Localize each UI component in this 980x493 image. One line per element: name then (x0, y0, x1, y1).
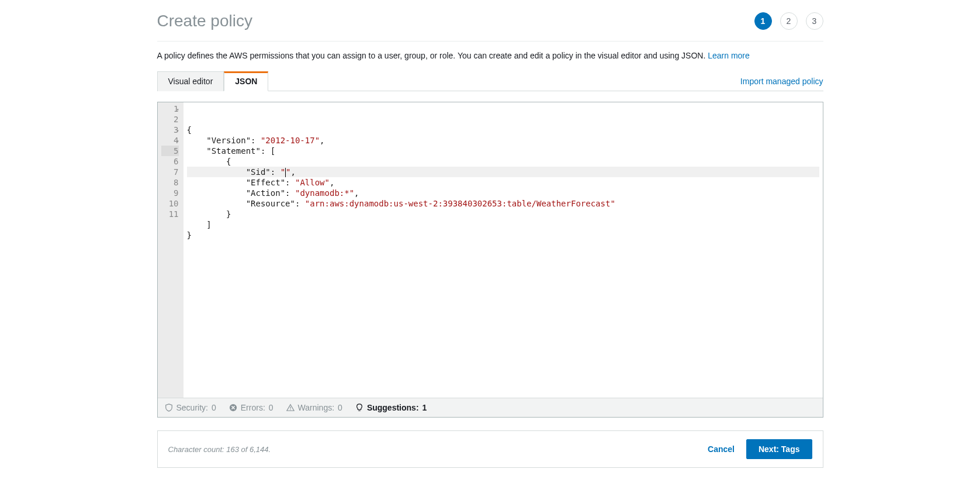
code-line[interactable]: "Sid": "", (187, 167, 819, 177)
shield-icon (165, 404, 173, 412)
status-errors-count: 0 (269, 403, 273, 412)
wizard-step-3[interactable]: 3 (806, 12, 823, 30)
code-line[interactable]: } (187, 230, 819, 240)
code-line[interactable]: "Action": "dynamodb:*", (187, 188, 819, 198)
editor-code-area[interactable]: { "Version": "2012-10-17", "Statement": … (183, 102, 823, 398)
page-description: A policy defines the AWS permissions tha… (157, 51, 823, 60)
status-security[interactable]: Security: 0 (165, 403, 216, 412)
status-suggestions-label: Suggestions: (367, 403, 419, 412)
status-suggestions[interactable]: Suggestions: 1 (355, 403, 427, 412)
line-number: 2 (161, 114, 179, 125)
wizard-step-1[interactable]: 1 (754, 12, 772, 30)
status-warnings-label: Warnings: (298, 403, 335, 412)
editor-gutter: 1▾23▾4▾567891011 (158, 102, 183, 398)
line-number: 11 (161, 209, 179, 219)
tabs-row: Visual editor JSON Import managed policy (157, 71, 823, 91)
footer: Character count: 163 of 6,144. Cancel Ne… (157, 430, 823, 468)
status-security-label: Security: (176, 403, 208, 412)
line-number: 8 (161, 177, 179, 188)
wizard-step-2[interactable]: 2 (780, 12, 798, 30)
code-line[interactable]: { (187, 125, 819, 135)
editor-status-bar: Security: 0 Errors: 0 Warnings: 0 (158, 398, 823, 417)
code-line[interactable]: ] (187, 219, 819, 230)
character-count: Character count: 163 of 6,144. (168, 445, 271, 454)
tab-json[interactable]: JSON (224, 71, 268, 91)
text-cursor (285, 168, 286, 177)
json-editor-container: 1▾23▾4▾567891011 { "Version": "2012-10-1… (157, 102, 823, 418)
editor-tabs: Visual editor JSON (157, 71, 269, 91)
line-number: 10 (161, 198, 179, 209)
status-errors-label: Errors: (241, 403, 265, 412)
status-warnings[interactable]: Warnings: 0 (286, 403, 342, 412)
cancel-button[interactable]: Cancel (708, 444, 735, 454)
line-number: 9 (161, 188, 179, 198)
line-number: 4▾ (161, 135, 179, 146)
error-icon (229, 404, 237, 412)
json-editor[interactable]: 1▾23▾4▾567891011 { "Version": "2012-10-1… (158, 102, 823, 398)
line-number: 6 (161, 156, 179, 167)
warning-icon (286, 404, 295, 412)
wizard-steps: 1 2 3 (754, 12, 823, 30)
code-line[interactable]: } (187, 209, 819, 219)
import-managed-policy-link[interactable]: Import managed policy (740, 77, 823, 91)
status-suggestions-count: 1 (423, 403, 427, 412)
description-text: A policy defines the AWS permissions tha… (157, 51, 708, 60)
status-warnings-count: 0 (338, 403, 342, 412)
code-line[interactable]: "Resource": "arn:aws:dynamodb:us-west-2:… (187, 198, 819, 209)
svg-point-2 (290, 409, 290, 410)
lightbulb-icon (355, 404, 363, 412)
status-errors[interactable]: Errors: 0 (229, 403, 273, 412)
code-line[interactable]: { (187, 156, 819, 167)
line-number: 5 (161, 146, 179, 156)
code-line[interactable]: "Statement": [ (187, 146, 819, 156)
page-title: Create policy (157, 12, 252, 30)
code-line[interactable]: "Version": "2012-10-17", (187, 135, 819, 146)
status-security-count: 0 (212, 403, 216, 412)
resize-handle-icon[interactable] (815, 389, 823, 398)
tab-visual-editor[interactable]: Visual editor (157, 71, 224, 91)
page-header: Create policy 1 2 3 (157, 12, 823, 42)
next-tags-button[interactable]: Next: Tags (746, 439, 812, 459)
footer-actions: Cancel Next: Tags (708, 439, 812, 459)
code-line[interactable]: "Effect": "Allow", (187, 177, 819, 188)
learn-more-link[interactable]: Learn more (708, 51, 750, 60)
line-number: 3▾ (161, 125, 179, 135)
line-number: 1▾ (161, 104, 179, 114)
line-number: 7 (161, 167, 179, 177)
